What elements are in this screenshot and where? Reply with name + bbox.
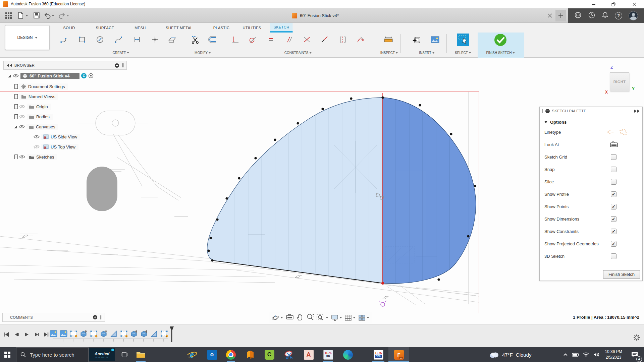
taskbar-search[interactable] [16,347,89,362]
insert-image-button[interactable] [430,35,440,44]
taskbar-app-file-explorer[interactable] [133,347,148,362]
browser-minimize-icon[interactable] [115,63,119,68]
collapse-palette-icon[interactable] [634,110,640,113]
comments-grip[interactable] [100,315,102,319]
timeline-item-canvas[interactable] [50,330,57,338]
browser-row-bodies[interactable]: Bodies [15,113,53,121]
group-finish-sketch-dropdown[interactable]: FINISH SKETCH [486,51,515,55]
tab-solid[interactable]: SOLID [60,23,78,33]
timeline-item-extrude[interactable] [100,330,108,338]
dimension-tool-button[interactable] [132,35,142,44]
wifi-status[interactable] [581,352,591,357]
save-button[interactable] [32,11,41,20]
browser-row-document-settings[interactable]: Document Settings [15,82,68,90]
taskbar-app-internet-explorer[interactable]: e [184,347,199,362]
restore-button[interactable] [608,0,619,8]
expand-closed-icon[interactable] [15,155,17,159]
new-document-tab-button[interactable] [555,10,566,21]
taskbar-app-chrome[interactable] [223,347,238,362]
browser-row-origin[interactable]: Origin [15,103,51,111]
group-select-dropdown[interactable]: SELECT [455,51,471,55]
grid-settings-button[interactable] [344,314,356,321]
browser-row-root[interactable]: 60" Fusion Stick v4 C [8,72,94,80]
constraint-tangent-button[interactable] [248,35,257,44]
face-tool-button[interactable] [167,35,177,44]
line-tool-button[interactable] [59,35,69,44]
taskbar-app-orange[interactable] [243,347,258,362]
show-profile-checkbox[interactable] [611,191,616,197]
minimize-button[interactable] [588,0,599,8]
taskbar-app-tl75-edu[interactable]: TL75 EDU [371,347,386,362]
select-tool-button[interactable] [457,34,469,46]
taskbar-app-outlook[interactable]: o [205,347,219,362]
timeline-go-to-end-button[interactable] [43,331,50,338]
timeline-settings-button[interactable] [633,334,640,342]
browser-row-named-views[interactable]: Named Views [15,93,58,101]
expand-closed-icon[interactable] [15,115,17,119]
timeline-item-mirror[interactable] [110,330,118,338]
timeline-item-sketch[interactable] [160,330,168,338]
rectangle-tool-button[interactable] [77,35,87,44]
taskbar-app-edge[interactable] [340,347,355,362]
finish-sketch-palette-button[interactable]: Finish Sketch [603,270,640,279]
viewcube[interactable]: RIGHT [610,72,629,91]
timeline-item-sketch[interactable] [120,330,128,338]
insert-derive-button[interactable] [412,35,421,44]
taskbar-weather[interactable]: 47°F Cloudy [489,347,532,362]
visibility-eye-icon[interactable] [13,74,19,78]
tab-sketch[interactable]: SKETCH [270,23,292,33]
document-tab[interactable]: 60" Fusion Stick v4* [268,8,362,23]
palette-grip[interactable] [542,109,543,113]
taskbar-app-amsted[interactable]: Amsted INDUSTRIES [89,347,115,362]
browser-row-canvases[interactable]: Canvases [14,123,58,131]
group-modify-dropdown[interactable]: MODIFY [195,51,211,55]
notifications-button[interactable] [601,11,609,20]
constraint-curvature-button[interactable] [356,35,365,44]
finish-sketch-button[interactable] [494,33,507,47]
action-center-button[interactable]: 4 [625,352,644,358]
undo-button[interactable] [43,11,52,20]
fit-view-button[interactable] [317,314,328,321]
browser-row-us-side-view[interactable]: US Side View [34,133,80,141]
circle-tool-button[interactable] [95,35,105,44]
palette-section-options[interactable]: Options [540,118,642,126]
browser-row-us-top-view[interactable]: US Top View [34,143,78,151]
cloud-status-badge[interactable]: C [81,73,87,78]
volume-status[interactable] [591,352,602,357]
construction-line-icon[interactable] [619,129,627,135]
search-input[interactable] [29,352,83,358]
tab-plastic[interactable]: PLASTIC [210,23,233,33]
visibility-eye-icon[interactable] [34,135,40,139]
show-points-checkbox[interactable] [611,204,616,209]
timeline-item-extrude[interactable] [140,330,148,338]
tab-mesh[interactable]: MESH [131,23,149,33]
taskbar-app-autocad[interactable]: A [301,347,316,362]
show-projected-geometries-checkbox[interactable] [611,241,616,247]
group-constraints-dropdown[interactable]: CONSTRAINTS [284,51,312,55]
trim-tool-button[interactable] [191,35,200,44]
sketch-grid-checkbox[interactable] [611,154,616,160]
timeline-play-button[interactable] [23,331,30,338]
sketch-profile-right[interactable] [383,98,476,284]
browser-root-chip[interactable]: 60" Fusion Stick v4 [20,73,79,79]
constraint-coincident-button[interactable] [320,35,329,44]
look-at-button[interactable] [286,314,294,322]
timeline-step-back-button[interactable] [13,331,20,338]
zoom-button[interactable] [306,313,314,322]
measure-tool-button[interactable] [383,35,393,44]
expand-closed-icon[interactable] [15,105,17,109]
expand-open-icon[interactable] [8,74,11,77]
visibility-eye-icon[interactable] [19,115,25,119]
expand-closed-icon[interactable] [15,95,17,99]
centerline-icon[interactable] [607,129,615,135]
3d-sketch-checkbox[interactable] [611,253,616,259]
taskbar-app-camtasia[interactable]: C [262,347,277,362]
constraint-parallel-button[interactable] [284,35,294,44]
battery-status[interactable] [570,353,581,357]
app-grid-menu-button[interactable] [4,11,13,20]
look-at-icon[interactable] [610,141,618,147]
workspace-selector[interactable]: DESIGN [5,25,50,50]
undo-dropdown[interactable] [51,11,55,20]
tab-sheet-metal[interactable]: SHEET METAL [162,23,196,33]
sketch-palette-header[interactable]: SKETCH PALETTE [540,107,642,115]
